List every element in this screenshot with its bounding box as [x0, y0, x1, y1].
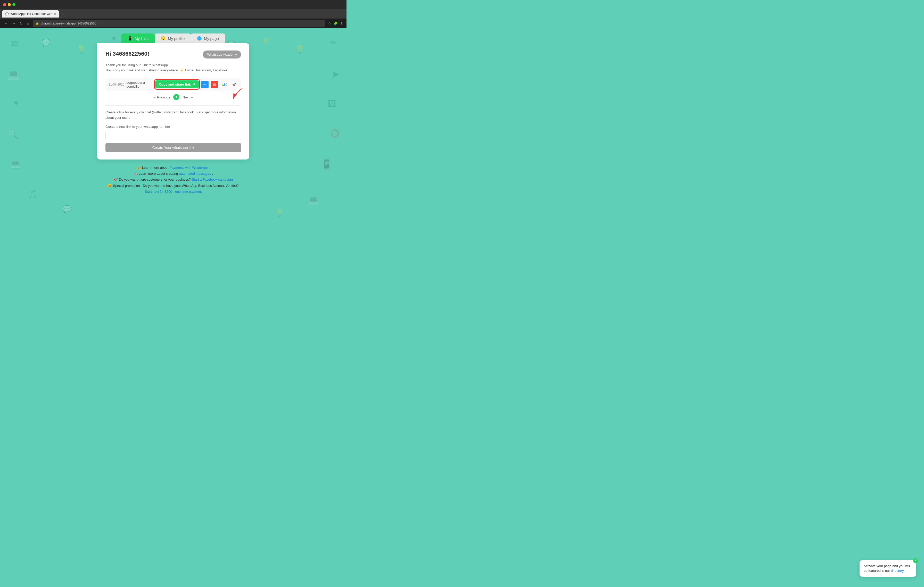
next-page-button[interactable]: Next → — [183, 95, 194, 99]
browser-tab-bar: 💬 WhatsApp Link Generator with ✕ + — [0, 9, 346, 18]
delete-link-button[interactable]: 🗑 — [211, 81, 218, 89]
link-date: 21-07-2020 — [109, 83, 124, 86]
footer-text-4: Special promotion - Do you want to have … — [113, 183, 238, 189]
traffic-lights — [3, 3, 15, 6]
greeting-text: Hi 34686622560! — [106, 51, 149, 57]
link-name: Logopedia a domicilio — [126, 81, 153, 89]
create-description: Create a link for every channel (twitter… — [106, 110, 241, 121]
nav-tabs: 📱 My links 😯 My profile 🌐 My page — [121, 33, 225, 43]
share-icon: ↗ — [192, 82, 195, 86]
deco-bulb3: 💡 — [275, 208, 284, 217]
new-link-input[interactable] — [106, 131, 241, 140]
tab-my-page[interactable]: 🌐 My page — [191, 33, 225, 43]
create-section-title: Create a new link to your whatsapp numbe… — [106, 125, 241, 128]
start-link-text: Start now for $500 - one time payment — [145, 190, 201, 194]
extensions-icon[interactable]: 🧩 — [333, 21, 338, 26]
stats-count: 0 — [225, 83, 227, 86]
footer-line-2: 🤖 Learn more about creating automated me… — [108, 171, 238, 176]
browser-titlebar — [0, 0, 346, 9]
footer-text-1: Learn more about — [142, 164, 168, 171]
footer-line-3: 🚀 Do you want more customers for your bu… — [108, 176, 238, 183]
address-bar: ← → ↻ ⌂ 🔒 chatwith.io/me?whatsapp=346866… — [0, 18, 346, 28]
browser-tab[interactable]: 💬 WhatsApp Link Generator with ✕ — [2, 10, 59, 18]
menu-icon[interactable]: ⋮ — [340, 21, 343, 26]
page-background: ✉ 💬 💡 ★ 💬 ⭐ 💡 ✏ 💻 ♥ 🔍 💻 ➤ 🖼 ⭕ 📱 🎵 💬 💻 💡 … — [0, 28, 346, 229]
edit-link-button[interactable]: ✏ — [201, 81, 209, 89]
footer-icon-1: 💰 — [137, 164, 141, 171]
subtitle-text: Thank you for using our Link to WhatsApp… — [106, 62, 241, 73]
rocket-button[interactable]: 🚀 — [230, 81, 238, 89]
footer-link-payments[interactable]: Payments with WhatsApp — [169, 164, 208, 171]
tab-close-icon[interactable]: ✕ — [54, 13, 56, 15]
maximize-window-btn[interactable] — [12, 3, 15, 6]
back-button[interactable]: ← — [3, 21, 9, 26]
payments-link-text: Payments with WhatsApp — [169, 166, 208, 169]
tab-my-profile[interactable]: 😯 My profile — [155, 33, 191, 43]
academy-button[interactable]: Whatsapp Academy — [203, 51, 241, 59]
rocket-icon: 🚀 — [232, 83, 236, 86]
main-card: Hi 34686622560! Whatsapp Academy Thank y… — [97, 43, 249, 159]
trash-icon: 🗑 — [213, 82, 216, 87]
section-divider — [106, 105, 241, 106]
tab-my-links-label: My links — [135, 36, 148, 41]
url-text: chatwith.io/me?whatsapp=34686622560 — [41, 21, 96, 25]
deco-chat3: 💬 — [63, 205, 71, 213]
footer-icon-3: 🚀 — [114, 176, 118, 183]
minimize-window-btn[interactable] — [8, 3, 11, 6]
footer-link-start[interactable]: Start now for $500 - one time payment — [145, 189, 201, 194]
footer-line-4: 😊 Special promotion - Do you want to hav… — [108, 183, 238, 189]
footer-line-1: 💰 Learn more about Payments with WhatsAp… — [108, 164, 238, 171]
lock-icon: 🔒 — [36, 22, 39, 25]
tab-favicon: 💬 — [5, 12, 9, 16]
refresh-button[interactable]: ↻ — [18, 21, 24, 26]
tab-my-links[interactable]: 📱 My links — [121, 33, 155, 43]
tab-my-profile-icon: 😯 — [161, 36, 166, 41]
pagination: ← Previous 1 Next → — [106, 94, 241, 100]
footer-link-automated[interactable]: automated messages — [179, 171, 211, 176]
browser-actions: ☆ 🧩 ⋮ — [328, 21, 343, 26]
tab-my-page-label: My page — [204, 36, 219, 41]
footer-text-2: Learn more about creating — [139, 171, 178, 176]
chart-icon: 📊 — [221, 83, 225, 86]
footer-link-facebook[interactable]: Start a Facebook campaign — [192, 176, 233, 183]
main-content: 📱 My links 😯 My profile 🌐 My page Hi 346… — [0, 28, 346, 200]
new-tab-button[interactable]: + — [60, 12, 64, 16]
stats-button[interactable]: 📊 0 — [220, 81, 228, 89]
tab-title: WhatsApp Link Generator with — [10, 12, 52, 16]
footer-icon-4: 😊 — [108, 183, 112, 189]
footer-icon-2: 🤖 — [134, 171, 138, 176]
prev-page-button[interactable]: ← Previous — [153, 95, 170, 99]
home-button[interactable]: ⌂ — [26, 21, 30, 26]
bookmark-icon[interactable]: ☆ — [328, 21, 331, 26]
link-row: 21-07-2020 Logopedia a domicilio Copy an… — [106, 78, 241, 91]
facebook-link-text: Start a Facebook campaign — [192, 178, 233, 181]
subtitle-line1: Thank you for using our Link to WhatsApp… — [106, 62, 241, 68]
create-link-button[interactable]: Create Your whatsapp link — [106, 143, 241, 152]
forward-button[interactable]: → — [11, 21, 16, 26]
tab-my-profile-label: My profile — [168, 36, 185, 41]
tab-my-page-icon: 🌐 — [197, 36, 202, 41]
subtitle-line2: Now copy your link and start sharing eve… — [106, 68, 241, 73]
copy-share-button[interactable]: Copy and share link ↗ — [155, 81, 199, 89]
copy-share-label: Copy and share link — [159, 82, 191, 86]
create-section: Create a link for every channel (twitter… — [106, 110, 241, 121]
edit-icon: ✏ — [203, 82, 206, 87]
footer-line-5: Start now for $500 - one time payment — [108, 189, 238, 194]
card-header: Hi 34686622560! Whatsapp Academy — [106, 51, 241, 59]
nav-controls: ← → ↻ ⌂ — [3, 21, 30, 26]
footer-text-3: Do you want more customers for your busi… — [119, 176, 191, 183]
automated-link-text: automated messages — [179, 172, 211, 176]
tab-my-links-icon: 📱 — [128, 36, 132, 41]
footer-links: 💰 Learn more about Payments with WhatsAp… — [108, 164, 238, 195]
url-input[interactable]: 🔒 chatwith.io/me?whatsapp=34686622560 — [33, 20, 325, 27]
current-page: 1 — [173, 94, 180, 100]
close-window-btn[interactable] — [3, 3, 6, 6]
